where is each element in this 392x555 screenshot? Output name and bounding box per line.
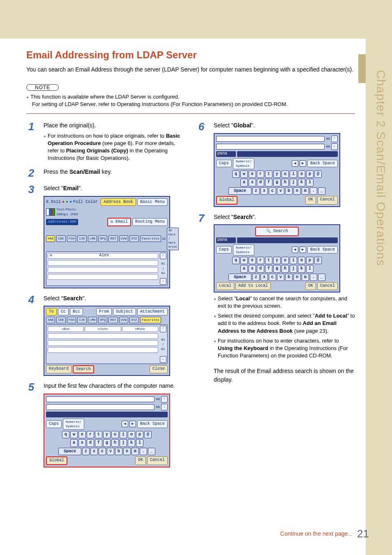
screenshot-step5: 00↑ 00↓ Caps Numeric/ Symbols ◀ ▶ Back S… <box>44 394 170 467</box>
attachment-button[interactable]: Attachment <box>137 308 168 316</box>
right-arrow-icon[interactable]: ▶ <box>129 421 136 427</box>
note-item: This function is available where the LDA… <box>30 93 180 101</box>
scroll-up-icon[interactable]: ↑ <box>161 396 168 403</box>
onscreen-keyboard[interactable]: qwertyuiop@ asdfghjkl Spacezxcvbnm._ <box>216 170 338 195</box>
ok-button[interactable]: OK <box>135 456 146 465</box>
space-key[interactable]: Space <box>228 187 251 195</box>
to-button[interactable]: To <box>46 308 57 316</box>
add-to-local-button[interactable]: Add to Local <box>235 282 271 290</box>
step-sub: Select the desired computer, and select … <box>218 312 355 335</box>
chapter-tab-marker <box>358 54 366 83</box>
display-line <box>216 136 325 142</box>
addresses-count: Addresses:000 <box>46 219 78 225</box>
ok-button[interactable]: OK <box>305 282 316 290</box>
display-line <box>216 144 325 150</box>
global-button[interactable]: Global <box>216 196 238 205</box>
close-button[interactable]: Close <box>150 365 168 374</box>
page-top-band <box>0 0 392 39</box>
page-content: Email Addressing from LDAP Server You ca… <box>26 49 355 473</box>
scroll-down-icon[interactable]: ↓ <box>331 143 338 150</box>
search-button[interactable]: Search <box>73 365 94 374</box>
routing-menu-button[interactable]: Routing Menu <box>132 218 168 226</box>
scroll-up-icon[interactable]: ↑ <box>160 326 166 332</box>
step-number: 2 <box>26 168 36 178</box>
ok-button[interactable]: OK <box>305 196 316 205</box>
right-column: 6 Select "Global". 00↑ 00↓ pana Caps Num… <box>196 121 355 473</box>
space-key[interactable]: Space <box>58 448 81 456</box>
keyboard-button[interactable]: Keyboard <box>46 365 71 374</box>
scroll-down-icon[interactable]: ↓ <box>161 404 168 410</box>
cancel-button[interactable]: Cancel <box>317 282 338 290</box>
address-book-button[interactable]: Address Book <box>101 198 136 206</box>
alpha-tabs[interactable]: #ABCDEFGHIJKLMNOPQRSTUVWXYZFavorites <box>46 317 168 323</box>
left-arrow-icon[interactable]: ◀ <box>292 246 298 253</box>
caps-button[interactable]: Caps <box>46 420 62 428</box>
caps-button[interactable]: Caps <box>216 246 232 254</box>
step-number: 6 <box>196 121 206 132</box>
note-label: NOTE <box>26 84 59 91</box>
basic-menu-button[interactable]: Basic Menu <box>137 198 168 206</box>
backspace-button[interactable]: Back Space <box>307 246 338 254</box>
step-text: Select "Email". <box>44 184 185 192</box>
screenshot-step6: 00↑ 00↓ pana Caps Numeric/ Symbols ◀ ▶ B… <box>214 133 340 207</box>
step-number: 3 <box>26 184 36 195</box>
left-arrow-icon[interactable]: ◀ <box>122 421 128 427</box>
step-text: Select "Search". <box>214 213 355 221</box>
step-text: Place the original(s). <box>44 121 185 129</box>
step-number: 1 <box>26 121 36 132</box>
backspace-button[interactable]: Back Space <box>137 420 168 428</box>
scroll-up-icon[interactable]: ↑ <box>160 253 166 259</box>
left-arrow-icon[interactable]: ◀ <box>292 160 298 167</box>
step-text: Input the first few characters of the co… <box>44 382 185 390</box>
scroll-up-icon[interactable]: ↑ <box>331 136 338 142</box>
numsym-button[interactable]: Numeric/ Symbols <box>63 419 84 430</box>
caps-button[interactable]: Caps <box>216 160 232 168</box>
input-bar[interactable] <box>46 412 168 417</box>
chapter-side-label: Chapter 2 Scan/Email Operations <box>374 70 388 266</box>
screenshot-step4: To Cc Bcc From Subject Attachment #ABCDE… <box>44 306 170 376</box>
search-button[interactable]: 🔍 Search <box>255 227 299 236</box>
alpha-tabs[interactable]: #ABCDEFGHIJKLMNOPQRSTUVWXYZFavorites SD … <box>46 228 168 250</box>
step-number: 4 <box>26 294 36 305</box>
step-sub: Select "Local" to cancel the search for … <box>218 295 355 310</box>
backspace-button[interactable]: Back Space <box>307 160 338 168</box>
continue-hint: Continue on the next page... <box>280 530 353 537</box>
numsym-button[interactable]: Numeric/ Symbols <box>233 158 254 169</box>
scroll-down-icon[interactable]: ↓ <box>160 356 166 363</box>
display-line <box>46 396 154 402</box>
onscreen-keyboard[interactable]: qwertyuiop@ asdfghjkl Spacezxcvbnm._ <box>216 257 338 281</box>
from-button[interactable]: From <box>96 308 112 316</box>
screenshot-step3: 8.5x11 ●●● Full Color Address Book Basic… <box>44 196 170 288</box>
local-button[interactable]: Local <box>216 282 234 290</box>
step-number: 7 <box>196 213 206 223</box>
email-tab-button[interactable]: ✉ Email <box>107 218 131 226</box>
step-number: 5 <box>26 382 36 392</box>
input-bar[interactable]: pana <box>216 151 236 157</box>
cc-button[interactable]: Cc <box>58 308 69 316</box>
right-arrow-icon[interactable]: ▶ <box>300 246 306 253</box>
address-list[interactable]: ✉ Alex ↑ 01/01 ↓ <box>46 251 168 286</box>
right-arrow-icon[interactable]: ▶ <box>300 160 306 167</box>
step-result: The result of the Email address search i… <box>214 367 355 384</box>
subject-button[interactable]: Subject <box>113 308 136 316</box>
cancel-button[interactable]: Cancel <box>147 456 168 465</box>
screenshot-step7: 🔍 Search pana Caps Numeric/ Symbols ◀ ▶ … <box>214 224 340 292</box>
page-title: Email Addressing from LDAP Server <box>26 49 355 61</box>
step-text: Select "Global". <box>214 121 355 129</box>
page-number: 21 <box>357 527 369 540</box>
intro-text: You can search an Email Address through … <box>26 66 355 74</box>
space-key[interactable]: Space <box>228 274 251 281</box>
note-body: This function is available where the LDA… <box>26 93 355 109</box>
section-divider <box>26 113 355 114</box>
step-sub: For instructions on how to enter charact… <box>218 337 355 360</box>
scroll-down-icon[interactable]: ↓ <box>160 278 166 285</box>
global-button[interactable]: Global <box>46 456 67 465</box>
onscreen-keyboard[interactable]: qwertyuiop@ asdfghjkl Spacezxcvbnm._ <box>46 431 168 456</box>
input-bar[interactable]: pana <box>216 237 236 243</box>
bcc-button[interactable]: Bcc <box>70 308 83 316</box>
numsym-button[interactable]: Numeric/ Symbols <box>233 244 254 256</box>
step-text: Select "Search". <box>44 294 185 302</box>
cancel-button[interactable]: Cancel <box>317 196 338 205</box>
note-item: For setting of LDAP Server, refer to Ope… <box>32 101 355 108</box>
contact-list[interactable]: ✉ Bob ✉ John ✉ Mike ↑ 01/01 ↓ <box>46 325 168 364</box>
